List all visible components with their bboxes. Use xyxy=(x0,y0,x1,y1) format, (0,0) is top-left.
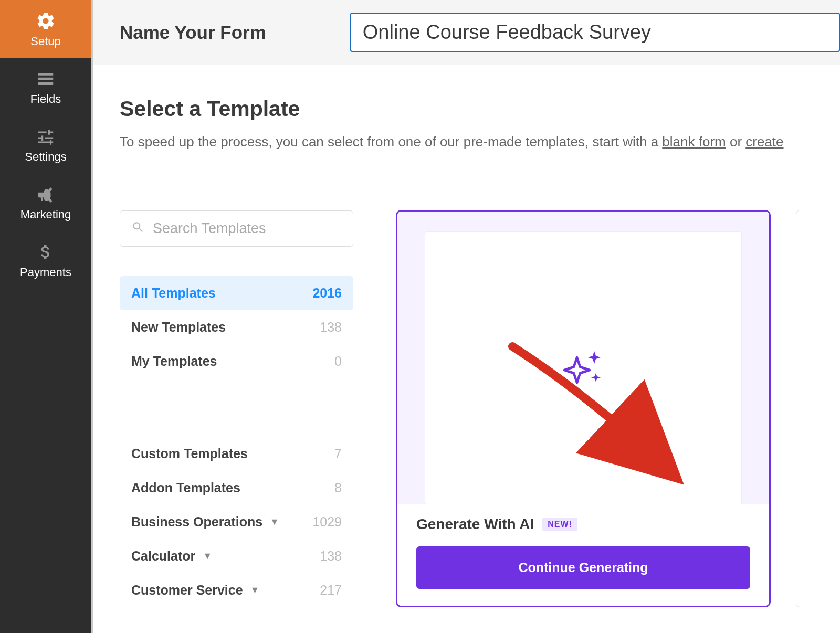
template-card-partial[interactable] xyxy=(796,210,821,607)
search-icon xyxy=(131,220,145,237)
template-preview xyxy=(397,212,769,504)
category-item-all[interactable]: All Templates 2016 xyxy=(120,276,353,310)
section-title: Select a Template xyxy=(120,97,840,121)
templates-column: Generate With AI NEW! Continue Generatin… xyxy=(365,184,840,607)
desc-text: To speed up the process, you can select … xyxy=(120,134,662,150)
megaphone-icon xyxy=(34,185,57,204)
sidebar: Setup Fields Settings Marketing Payments xyxy=(0,0,91,633)
sidebar-item-setup[interactable]: Setup xyxy=(0,0,91,58)
category-list-primary: All Templates 2016 New Templates 138 My … xyxy=(120,276,353,378)
category-count: 0 xyxy=(334,354,342,369)
category-item-custom[interactable]: Custom Templates 7 xyxy=(120,437,353,471)
category-count: 7 xyxy=(334,446,342,461)
sliders-icon xyxy=(34,127,57,146)
category-name: Addon Templates xyxy=(131,480,240,495)
chevron-down-icon: ▼ xyxy=(203,551,212,562)
category-item-addon[interactable]: Addon Templates 8 xyxy=(120,471,353,505)
new-badge: NEW! xyxy=(542,518,578,531)
desc-text: or xyxy=(726,134,746,150)
continue-generating-button[interactable]: Continue Generating xyxy=(416,546,750,589)
chevron-down-icon: ▼ xyxy=(270,516,279,528)
section-description: To speed up the process, you can select … xyxy=(120,132,840,152)
categories-column: All Templates 2016 New Templates 138 My … xyxy=(120,184,365,607)
category-name: Business Operations xyxy=(131,514,262,530)
category-count: 217 xyxy=(320,583,342,598)
category-divider xyxy=(120,410,353,410)
sidebar-item-fields[interactable]: Fields xyxy=(0,58,91,115)
search-input[interactable] xyxy=(120,210,353,247)
sidebar-item-marketing[interactable]: Marketing xyxy=(0,173,91,231)
template-title: Generate With AI xyxy=(416,516,534,533)
category-item-calculator[interactable]: Calculator▼ 138 xyxy=(120,539,353,573)
main: Name Your Form Select a Template To spee… xyxy=(91,0,840,633)
category-item-my[interactable]: My Templates 0 xyxy=(120,344,353,378)
category-list-secondary: Custom Templates 7 Addon Templates 8 Bus… xyxy=(120,437,353,607)
category-name: New Templates xyxy=(131,320,226,335)
header: Name Your Form xyxy=(93,0,840,65)
category-count: 138 xyxy=(320,548,342,564)
category-count: 8 xyxy=(334,480,342,495)
sparkle-icon xyxy=(558,342,608,394)
template-preview-inner xyxy=(425,231,742,504)
svg-point-1 xyxy=(40,78,41,79)
form-name-label: Name Your Form xyxy=(120,22,266,43)
category-name: All Templates xyxy=(131,286,216,301)
svg-point-0 xyxy=(40,73,41,75)
category-item-business[interactable]: Business Operations▼ 1029 xyxy=(120,505,353,539)
category-name: Custom Templates xyxy=(131,446,248,461)
sidebar-item-label: Marketing xyxy=(20,208,71,221)
gear-icon xyxy=(34,12,57,30)
svg-point-2 xyxy=(40,82,41,84)
sidebar-item-payments[interactable]: Payments xyxy=(0,231,91,289)
dollar-icon xyxy=(34,242,57,261)
category-count: 138 xyxy=(320,320,342,335)
category-name: Customer Service xyxy=(131,583,243,598)
sidebar-item-label: Payments xyxy=(20,266,71,279)
form-name-input[interactable] xyxy=(350,13,840,52)
category-item-new[interactable]: New Templates 138 xyxy=(120,310,353,344)
category-count: 1029 xyxy=(312,514,342,530)
list-icon xyxy=(34,69,57,88)
blank-form-link[interactable]: blank form xyxy=(662,134,726,150)
sidebar-item-label: Fields xyxy=(30,92,61,106)
sidebar-item-settings[interactable]: Settings xyxy=(0,115,91,173)
content: Select a Template To speed up the proces… xyxy=(93,65,840,607)
sidebar-item-label: Setup xyxy=(30,35,61,48)
category-name: My Templates xyxy=(131,354,217,369)
template-footer: Generate With AI NEW! Continue Generatin… xyxy=(397,504,769,606)
create-link[interactable]: create xyxy=(746,134,783,150)
category-name: Calculator xyxy=(131,548,195,564)
category-item-customer-service[interactable]: Customer Service▼ 217 xyxy=(120,573,353,607)
category-count: 2016 xyxy=(312,286,342,301)
chevron-down-icon: ▼ xyxy=(250,585,260,596)
template-card-ai[interactable]: Generate With AI NEW! Continue Generatin… xyxy=(396,210,771,607)
sidebar-item-label: Settings xyxy=(25,150,67,164)
search-wrap xyxy=(120,210,353,247)
